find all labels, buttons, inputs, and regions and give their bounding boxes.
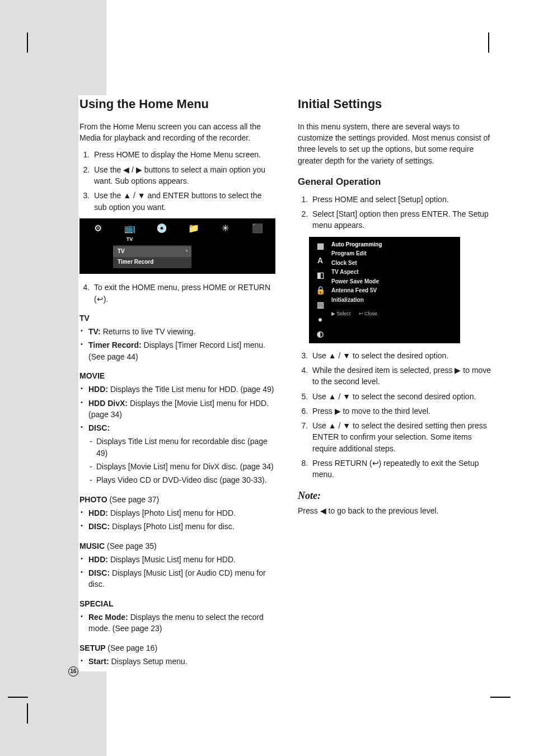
setup-row: TV Aspect: [331, 268, 457, 277]
gstep-7: Use ▲ / ▼ to select the desired setting …: [310, 420, 494, 454]
intro-left: From the Home Menu screen you can access…: [79, 121, 275, 144]
heading-initial-settings: Initial Settings: [298, 95, 494, 113]
home-bar-dropdown-item: TV: [113, 246, 191, 257]
home-menu-figure: ⚙📺TV💿📁✳⬛ TVTimer Record: [79, 218, 275, 274]
home-bar-icon-2: 💿: [148, 222, 175, 235]
setup-row: Initialization: [331, 296, 457, 305]
setup-row: Clock Set: [331, 259, 457, 268]
group-item: HDD: Displays [Photo List] menu for HDD.: [88, 507, 275, 519]
setup-menu-figure: ▦A◧🔒▥●◐ Auto ProgrammingProgram EditCloc…: [309, 237, 460, 343]
group-item: HDD: Displays the Title List menu for HD…: [88, 384, 275, 395]
home-steps-list-cont: To exit the HOME menu, press HOME or RET…: [79, 282, 275, 305]
subheading-general-operation: General Operation: [298, 175, 494, 189]
setup-side-icon: ▥: [317, 299, 324, 310]
step-2: Use the ◀ / ▶ buttons to select a main o…: [92, 164, 275, 187]
group-title: MOVIE: [79, 370, 275, 381]
group-title: SETUP (See page 16): [79, 642, 275, 654]
home-bar-icon-0: ⚙: [85, 222, 111, 235]
group-list: Start: Displays Setup menu.: [79, 656, 275, 667]
group-item: DISC: Displays [Music List] (or Audio CD…: [88, 567, 275, 590]
setup-footer-item: ↩ Close: [359, 310, 378, 318]
crop-mark: [490, 697, 510, 698]
general-op-steps-a: Press HOME and select [Setup] option. Se…: [298, 194, 494, 231]
group-item: TV: Returns to live TV viewing.: [88, 326, 275, 337]
setup-side-icon: ◐: [317, 328, 324, 339]
home-bar-icon-1: 📺TV: [116, 222, 143, 243]
group-item: Start: Displays Setup menu.: [88, 656, 275, 667]
crop-mark: [27, 32, 28, 53]
home-bar-icon-4: ✳: [212, 222, 239, 235]
group-subitem: Displays Title List menu for recordable …: [96, 436, 275, 459]
group-title: TV: [79, 312, 275, 324]
group-item: HDD DivX: Displays the [Movie List] menu…: [88, 398, 275, 421]
note-text: Press ◀ to go back to the previous level…: [298, 505, 494, 516]
home-steps-list: Press HOME to display the Home Menu scre…: [79, 149, 275, 212]
note-heading: Note:: [298, 488, 494, 503]
heading-using-home-menu: Using the Home Menu: [79, 95, 275, 113]
gstep-6: Press ▶ to move to the third level.: [310, 405, 494, 417]
step-3: Use the ▲ / ▼ and ENTER buttons to selec…: [92, 190, 275, 213]
gstep-5: Use ▲ / ▼ to select the second desired o…: [310, 391, 494, 402]
group-list: HDD: Displays [Music List] menu for HDD.…: [79, 554, 275, 590]
group-item: Rec Mode: Displays the menu to select th…: [88, 612, 275, 634]
gstep-3: Use ▲ / ▼ to select the desired option.: [310, 350, 494, 361]
group-item: DISC: Displays [Photo List] menu for dis…: [88, 521, 275, 532]
group-title: PHOTO (See page 37): [79, 494, 275, 505]
step-1: Press HOME to display the Home Menu scre…: [92, 149, 275, 160]
general-op-steps-b: Use ▲ / ▼ to select the desired option. …: [298, 350, 494, 480]
gstep-1: Press HOME and select [Setup] option.: [310, 194, 494, 205]
setup-side-icon: ▦: [317, 240, 324, 251]
group-subitem: Displays [Movie List] menu for DivX disc…: [96, 461, 275, 472]
page-number: 16: [68, 666, 78, 676]
setup-footer-item: ▶ Select: [331, 310, 351, 318]
home-bar-icon-3: 📁: [180, 222, 207, 235]
right-column: Initial Settings In this menu system, th…: [298, 95, 494, 671]
intro-right: In this menu system, there are several w…: [298, 121, 494, 166]
group-item: Timer Record: Displays [Timer Record Lis…: [88, 339, 275, 362]
step-4: To exit the HOME menu, press HOME or RET…: [92, 282, 275, 305]
gstep-2: Select [Start] option then press ENTER. …: [310, 208, 494, 231]
group-item: DISC: Displays Title List menu for recor…: [88, 422, 275, 486]
setup-side-icon: ◧: [317, 269, 324, 281]
crop-mark: [488, 32, 489, 53]
setup-row: Auto Programming: [331, 240, 457, 250]
group-title: SPECIAL: [79, 598, 275, 609]
crop-mark: [27, 703, 28, 724]
crop-mark: [8, 697, 28, 698]
group-list: TV: Returns to live TV viewing.Timer Rec…: [79, 326, 275, 362]
group-item: HDD: Displays [Music List] menu for HDD.: [88, 554, 275, 565]
group-list: HDD: Displays the Title List menu for HD…: [79, 384, 275, 486]
left-column: Using the Home Menu From the Home Menu s…: [79, 95, 275, 671]
setup-side-icon: 🔒: [316, 284, 325, 296]
setup-side-icon: ●: [318, 314, 322, 325]
group-title: MUSIC (See page 35): [79, 540, 275, 552]
group-subitem: Plays Video CD or DVD-Video disc (page 3…: [96, 474, 275, 486]
group-list: HDD: Displays [Photo List] menu for HDD.…: [79, 507, 275, 533]
group-list: Rec Mode: Displays the menu to select th…: [79, 612, 275, 634]
setup-row: Power Save Mode: [331, 277, 457, 287]
gstep-8: Press RETURN (↩) repeatedly to exit the …: [310, 458, 494, 480]
setup-row: Antenna Feed 5V: [331, 286, 457, 296]
setup-side-icon: A: [317, 255, 323, 266]
gstep-4: While the desired item is selected, pres…: [310, 365, 494, 388]
home-bar-dropdown-item: Timer Record: [113, 257, 191, 268]
setup-row: Program Edit: [331, 249, 457, 259]
home-bar-icon-5: ⬛: [244, 222, 271, 235]
